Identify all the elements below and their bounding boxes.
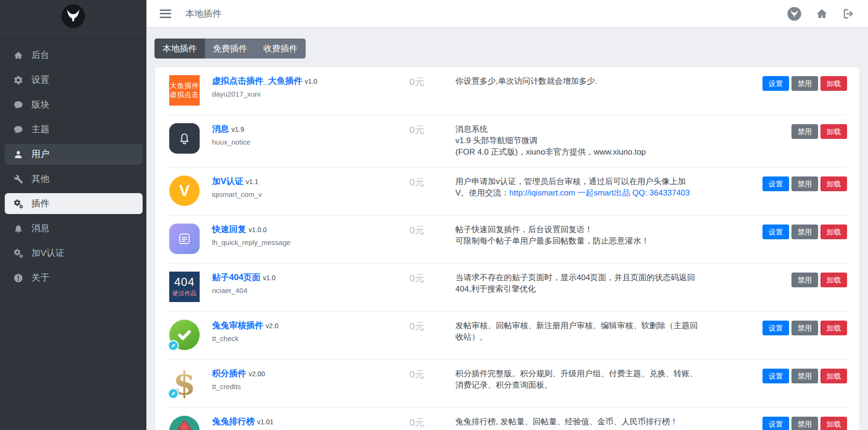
sidebar-item-label: 关于	[31, 272, 49, 284]
gear-icon	[13, 75, 23, 85]
info-circle-icon	[13, 273, 23, 283]
plugin-version: v2.00	[249, 370, 265, 378]
disable-button[interactable]: 禁用	[791, 273, 818, 287]
plugin-name-link[interactable]: 加V认证	[212, 176, 243, 186]
plugin-description: 发帖审核、回帖审核、新注册用户审核、编辑审核、软删除（主题回 收站）。	[455, 320, 750, 343]
sidebar-item-plugins[interactable]: 插件	[5, 193, 143, 214]
settings-button[interactable]: 设置	[762, 417, 789, 430]
plugin-actions: 设置 禁用 卸载	[762, 320, 847, 335]
plugin-price: 0元	[391, 224, 443, 237]
disable-button[interactable]: 禁用	[791, 369, 818, 383]
tab-local-plugins[interactable]: 本地插件	[154, 39, 205, 59]
disable-button[interactable]: 禁用	[791, 176, 818, 191]
sidebar-item-v-verify[interactable]: 加V认证	[5, 243, 143, 264]
uninstall-button[interactable]: 卸载	[820, 124, 847, 139]
sidebar-item-users[interactable]: 用户	[5, 144, 143, 165]
uninstall-button[interactable]: 卸载	[820, 76, 847, 91]
plugin-price: 0元	[391, 368, 443, 381]
plugin-version: v1.0	[263, 274, 275, 282]
comment-icon	[13, 125, 23, 135]
sidebar-item-label: 加V认证	[31, 247, 65, 259]
plugin-row: 大鱼插件 虚拟点击 虚拟点击插件_大鱼插件v1.0 dayu2017_xuni …	[167, 67, 847, 115]
plugin-name-link[interactable]: 快速回复	[212, 225, 246, 234]
plugin-price: 0元	[391, 75, 443, 88]
disable-button[interactable]: 禁用	[791, 417, 818, 430]
disable-button[interactable]: 禁用	[791, 76, 818, 91]
settings-button[interactable]: 设置	[762, 225, 789, 239]
plugin-id: huux_notice	[212, 138, 378, 146]
plugin-actions: 禁用 卸载	[791, 123, 847, 139]
plugin-row: 消息v1.9 huux_notice 0元 消息系统 v1.9 头部导航细节微调…	[167, 115, 847, 167]
icon-text: 大鱼插件	[170, 81, 199, 90]
sidebar-item-themes[interactable]: 主题	[5, 119, 143, 140]
xiuno-logo-icon[interactable]	[787, 7, 801, 21]
topbar-actions	[787, 7, 855, 21]
sidebar-item-label: 用户	[31, 148, 49, 160]
bell-icon	[175, 129, 194, 148]
sidebar-item-forums[interactable]: 版块	[5, 94, 143, 115]
plugin-description: 积分插件完整版。积分规则、升级用户组、付费主题、兑换、转账、 消费记录、积分查询…	[455, 368, 750, 391]
cogs-icon	[13, 199, 23, 209]
sidebar-item-messages[interactable]: 消息	[5, 218, 143, 239]
plugin-name-link[interactable]: 贴子404页面	[212, 273, 260, 282]
sidebar-item-dashboard[interactable]: 后台	[5, 45, 143, 66]
plugin-actions: 设置 禁用 卸载	[762, 416, 847, 430]
sidebar-item-label: 消息	[31, 222, 49, 235]
plugin-actions: 禁用 卸载	[791, 272, 847, 287]
sidebar-item-label: 后台	[31, 49, 49, 61]
settings-button[interactable]: 设置	[762, 321, 789, 335]
note-icon	[175, 229, 194, 248]
plugin-icon-404: 404 硬汉作品	[169, 272, 200, 302]
plugin-name-link[interactable]: 虚拟点击插件_大鱼插件	[212, 76, 302, 86]
plugin-description: 兔兔排行榜, 发帖量、回帖量、经验值、金币、人民币排行榜！	[455, 416, 750, 428]
settings-button[interactable]: 设置	[762, 369, 789, 383]
tab-free-plugins[interactable]: 免费插件	[205, 39, 255, 59]
plugin-name-link[interactable]: 积分插件	[212, 369, 246, 378]
tab-paid-plugins[interactable]: 收费插件	[255, 39, 306, 59]
plugin-row: 404 硬汉作品 贴子404页面v1.0 nciaer_404 0元 当请求不存…	[167, 264, 847, 312]
home-icon[interactable]	[816, 8, 828, 20]
plugin-icon-notice	[169, 123, 200, 154]
settings-button[interactable]: 设置	[762, 176, 789, 191]
plugin-description: 用户申请加v认证，管理员后台审核，通过后可以在用户头像上加 V。使用交流：htt…	[455, 176, 750, 199]
disable-button[interactable]: 禁用	[791, 225, 818, 239]
settings-button[interactable]: 设置	[762, 76, 789, 91]
plugin-id: nciaer_404	[212, 286, 378, 294]
sidebar: 后台 设置 版块 主题 用户 其他 插件 消息	[0, 0, 146, 430]
logout-icon[interactable]	[842, 8, 855, 20]
rank-arrow-icon	[169, 416, 200, 430]
uninstall-button[interactable]: 卸载	[820, 369, 847, 383]
disable-button[interactable]: 禁用	[791, 321, 818, 335]
sidebar-item-other[interactable]: 其他	[5, 168, 143, 189]
plugin-icon-quick-reply	[169, 224, 200, 254]
menu-toggle-icon[interactable]	[160, 10, 171, 18]
plugin-name-link[interactable]: 兔兔排行榜	[212, 417, 255, 426]
comment-icon	[13, 100, 23, 110]
bell-icon	[13, 224, 23, 234]
main-area: 本地插件 本地插件 免费插件 收费插件 大鱼插件	[146, 0, 868, 430]
plugin-name-link[interactable]: 兔兔审核插件	[212, 321, 263, 330]
plugin-id: dayu2017_xuni	[212, 90, 378, 98]
plugin-list: 大鱼插件 虚拟点击 虚拟点击插件_大鱼插件v1.0 dayu2017_xuni …	[154, 67, 860, 430]
sidebar-item-label: 设置	[31, 74, 49, 86]
plugin-price: 0元	[391, 416, 443, 429]
uninstall-button[interactable]: 卸载	[820, 273, 847, 287]
uninstall-button[interactable]: 卸载	[820, 417, 847, 430]
plugin-actions: 设置 禁用 卸载	[762, 75, 847, 91]
plugin-name-link[interactable]: 消息	[212, 124, 229, 134]
sidebar-item-about[interactable]: 关于	[5, 267, 143, 288]
sidebar-item-settings[interactable]: 设置	[5, 69, 143, 90]
uninstall-button[interactable]: 卸载	[820, 176, 847, 191]
plugin-id: iqismart_com_v	[212, 190, 378, 198]
disable-button[interactable]: 禁用	[791, 124, 818, 139]
plugin-desc-link[interactable]: http://iqismart.com 一起smart出品 QQ: 364337…	[509, 188, 690, 197]
uninstall-button[interactable]: 卸载	[820, 225, 847, 239]
plugin-id: tt_check	[212, 334, 378, 342]
sidebar-item-label: 插件	[31, 197, 49, 210]
plugin-price: 0元	[391, 176, 443, 189]
plugin-description: 当请求不存在的贴子页面时，显示404页面，并且页面的状态码返回 404,利于搜索…	[455, 272, 750, 295]
page-title: 本地插件	[185, 8, 222, 20]
sidebar-item-label: 其他	[31, 173, 49, 185]
edit-badge-icon	[168, 340, 179, 351]
uninstall-button[interactable]: 卸载	[820, 321, 847, 335]
